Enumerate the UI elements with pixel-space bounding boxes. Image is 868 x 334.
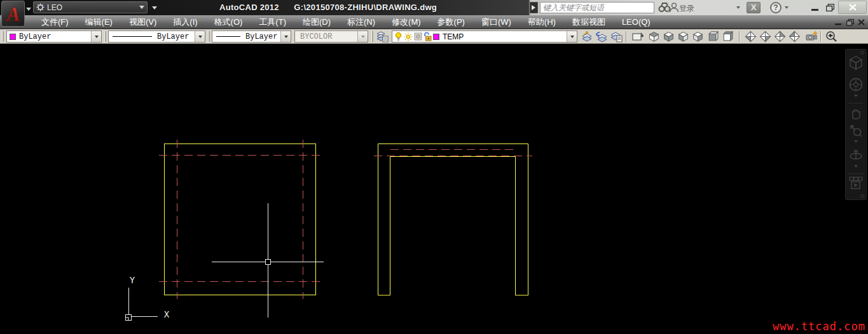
user-signin-icon[interactable] (669, 2, 679, 15)
zoom-previous-button[interactable] (824, 30, 838, 43)
back-view-button[interactable] (720, 30, 734, 43)
signin-dropdown-icon[interactable] (736, 6, 740, 11)
help-dropdown-icon[interactable] (785, 6, 789, 11)
toolbar-grip[interactable] (208, 31, 210, 42)
menu-item-modify[interactable]: 修改(M) (383, 15, 429, 30)
drawing-geometry: Y X (0, 44, 868, 334)
zoom-dropdown-icon[interactable] (854, 140, 858, 145)
doc-minimize-button[interactable] (832, 17, 844, 27)
lineweight-sample (216, 36, 240, 37)
dropdown-arrow-button[interactable] (280, 31, 291, 42)
current-layer-name: TEMP (443, 32, 464, 41)
signin-label[interactable]: 登录 (679, 3, 694, 14)
menu-item-leo[interactable]: LEO(Q) (614, 15, 659, 29)
window-title: AutoCAD 2012 G:\20150708-ZHIHU\DRAWING.d… (219, 3, 437, 12)
menu-bar: 文件(F) 编辑(E) 视图(V) 插入(I) 格式(O) 工具(T) 绘图(D… (0, 15, 868, 29)
linetype-sample (113, 36, 152, 37)
color-value: ByLayer (19, 32, 51, 41)
menu-item-parametric[interactable]: 参数(P) (429, 15, 473, 30)
ne-isometric-button[interactable] (773, 30, 787, 43)
named-views-button[interactable] (630, 30, 644, 43)
wheel-dropdown-icon[interactable] (854, 95, 858, 99)
layer-unlock-icon (424, 32, 432, 41)
separator (668, 3, 668, 13)
properties-layers-toolbar: ByLayer ByLayer ByLayer BYCOLOR (0, 29, 868, 44)
search-input[interactable] (540, 2, 654, 13)
dropdown-arrow-button (357, 31, 368, 42)
layer-vp-freeze-icon (414, 32, 422, 41)
create-camera-button[interactable] (804, 30, 818, 43)
layer-color-swatch (433, 34, 439, 40)
doc-restore-button[interactable] (844, 17, 856, 27)
menu-item-insert[interactable]: 插入(I) (165, 15, 205, 30)
help-icon[interactable]: ? (770, 2, 782, 13)
layer-previous-button[interactable] (595, 30, 609, 43)
menu-item-format[interactable]: 格式(O) (206, 15, 251, 30)
workspace-dropdown[interactable]: LEO (33, 1, 148, 13)
front-view-button[interactable] (705, 30, 719, 43)
menu-item-view[interactable]: 视图(V) (121, 15, 165, 30)
close-button[interactable] (838, 1, 867, 14)
menu-item-tools[interactable]: 工具(T) (251, 15, 294, 30)
viewcube-icon[interactable] (848, 55, 864, 71)
menu-item-draw[interactable]: 绘图(D) (294, 15, 339, 30)
toolbar-separator (626, 31, 627, 42)
minimize-button[interactable] (808, 1, 822, 13)
se-isometric-button[interactable] (758, 30, 772, 43)
layer-states-manager-button[interactable] (609, 30, 623, 43)
expand-right-icon (532, 5, 538, 10)
toolbar-grip[interactable] (371, 31, 373, 42)
navbar-customize-icon[interactable] (860, 194, 864, 198)
application-menu-button[interactable]: A (1, 1, 25, 27)
autocad-window: { "app": { "window_title": "AutoCAD 2012… (0, 0, 868, 334)
layer-thaw-sun-icon (404, 32, 413, 41)
toolbar-grip[interactable] (2, 31, 4, 42)
right-view-cube-icon (692, 30, 704, 43)
sw-isometric-button[interactable] (743, 30, 757, 43)
workspace-dropdown-icon (139, 6, 144, 11)
navbar-divider (848, 173, 864, 174)
close-icon (849, 4, 857, 11)
orbit-icon[interactable] (848, 147, 864, 163)
doc-close-button[interactable] (855, 17, 867, 27)
menu-item-dataview[interactable]: 数据视图 (564, 15, 614, 30)
app-menu-dropdown-icon[interactable] (26, 8, 31, 13)
steeringwheel-icon[interactable] (848, 76, 864, 93)
lineweight-control-dropdown[interactable]: ByLayer (212, 30, 291, 43)
zoom-icon[interactable] (848, 123, 864, 138)
drawing-canvas[interactable]: Y X (0, 44, 868, 334)
toolbar-separator (820, 31, 822, 42)
pan-hand-icon[interactable] (848, 105, 864, 121)
showmotion-icon[interactable] (848, 176, 864, 191)
linetype-control-dropdown[interactable]: ByLayer (108, 30, 205, 43)
orbit-dropdown-icon[interactable] (854, 165, 858, 170)
qat-customize-button[interactable] (150, 3, 159, 12)
menu-item-file[interactable]: 文件(F) (33, 15, 77, 30)
left-view-button[interactable] (676, 30, 690, 43)
layer-control-dropdown[interactable]: TEMP (392, 30, 577, 43)
menu-item-edit[interactable]: 编辑(E) (77, 15, 121, 30)
infocenter-toggle-button[interactable] (530, 2, 538, 13)
dropdown-arrow-button[interactable] (91, 31, 101, 42)
left-square-drawing (159, 140, 320, 299)
right-view-button[interactable] (691, 30, 705, 43)
make-object-layer-current-button[interactable] (580, 30, 594, 43)
dropdown-arrow-button[interactable] (567, 31, 577, 42)
color-control-dropdown[interactable]: ByLayer (6, 30, 102, 43)
menu-item-dimension[interactable]: 标注(N) (339, 15, 383, 30)
nw-isometric-button[interactable] (787, 30, 801, 43)
linetype-value: ByLayer (157, 32, 189, 41)
navbar-grip-icon[interactable] (860, 51, 864, 55)
navbar-divider (848, 103, 864, 104)
restore-button[interactable] (823, 1, 837, 13)
layer-manager-icon (376, 31, 389, 43)
menu-item-help[interactable]: 帮助(H) (520, 15, 564, 30)
menu-item-window[interactable]: 窗口(W) (473, 15, 520, 30)
autodesk-exchange-icon[interactable]: X (747, 2, 761, 13)
dropdown-arrow-button[interactable] (195, 31, 205, 42)
toolbar-grip[interactable] (104, 31, 106, 42)
bottom-view-button[interactable] (661, 30, 675, 43)
layer-properties-manager-button[interactable] (375, 30, 389, 43)
back-view-cube-icon (721, 30, 733, 43)
top-view-button[interactable] (647, 30, 661, 43)
